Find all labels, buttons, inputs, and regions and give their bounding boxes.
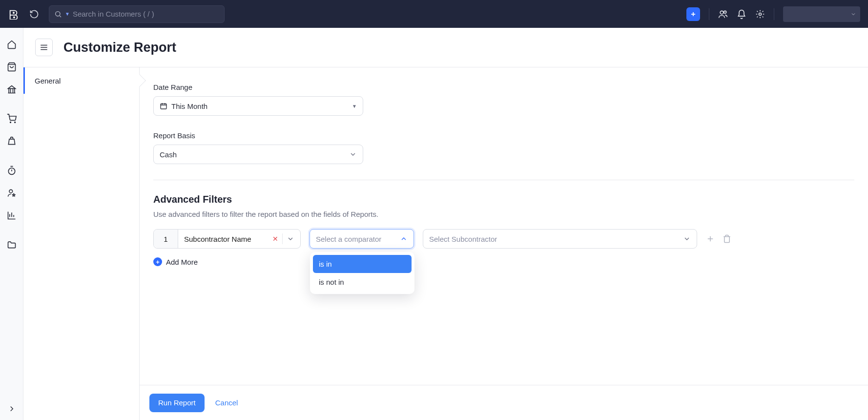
chevron-down-icon <box>683 235 691 243</box>
filter-field-value: Subcontractor Name <box>184 235 251 243</box>
global-search[interactable]: ▼ <box>49 5 225 23</box>
top-bar: ▼ <box>0 0 868 28</box>
form-area: Date Range This Month ▼ Report Basis Cas… <box>140 67 868 420</box>
filter-index: 1 <box>154 230 178 248</box>
person-star-icon[interactable] <box>7 188 17 198</box>
folder-icon[interactable] <box>7 240 17 250</box>
clear-field-icon[interactable]: ✕ <box>272 235 278 243</box>
comparator-option-is-not-in[interactable]: is not in <box>313 273 412 291</box>
svg-point-5 <box>759 13 762 15</box>
comparator-dropdown: is in is not in <box>310 252 414 294</box>
date-range-label: Date Range <box>153 83 854 91</box>
date-range-value: This Month <box>171 102 207 110</box>
date-range-select[interactable]: This Month ▼ <box>153 96 363 116</box>
users-icon[interactable] <box>718 9 728 19</box>
caret-down-icon: ▼ <box>352 104 357 109</box>
report-basis-value: Cash <box>160 150 177 159</box>
bell-icon[interactable] <box>737 9 746 19</box>
svg-point-4 <box>724 11 726 13</box>
footer-bar: Run Report Cancel <box>140 385 868 420</box>
menu-toggle-button[interactable] <box>35 39 53 56</box>
refresh-button[interactable] <box>25 5 43 23</box>
svg-point-6 <box>10 122 11 123</box>
search-input[interactable] <box>73 10 219 18</box>
svg-point-9 <box>9 189 13 193</box>
svg-point-8 <box>8 168 15 174</box>
gear-icon[interactable] <box>755 9 765 19</box>
chevron-down-icon <box>349 150 357 158</box>
filter-value-select[interactable]: Select Subcontractor <box>423 229 697 249</box>
divider <box>282 233 283 244</box>
report-basis-select[interactable]: Cash <box>153 145 363 164</box>
filter-row-actions <box>706 234 731 243</box>
cancel-button[interactable]: Cancel <box>215 399 238 407</box>
shopping-bag-icon[interactable] <box>7 62 17 72</box>
svg-point-0 <box>13 12 14 13</box>
comparator-option-is-in[interactable]: is in <box>313 255 412 273</box>
search-icon <box>54 10 62 18</box>
nav-rail <box>0 28 23 420</box>
delete-row-icon[interactable] <box>723 234 731 243</box>
divider <box>709 8 709 20</box>
quick-create-button[interactable] <box>686 7 700 21</box>
chart-icon[interactable] <box>7 210 17 220</box>
filter-row: 1 Subcontractor Name ✕ Select a com <box>153 229 854 249</box>
chevron-up-icon <box>400 235 408 243</box>
advanced-filters-hint: Use advanced filters to filter the repor… <box>153 210 854 218</box>
filter-value-placeholder: Select Subcontractor <box>429 235 497 243</box>
add-more-label: Add More <box>166 258 198 266</box>
plus-circle-icon: + <box>153 257 162 266</box>
add-more-button[interactable]: + Add More <box>153 257 854 266</box>
cart-icon[interactable] <box>7 114 17 124</box>
content-header: Customize Report <box>23 28 868 67</box>
search-scope-caret[interactable]: ▼ <box>65 11 70 17</box>
bag-icon[interactable] <box>7 136 17 146</box>
report-basis-label: Report Basis <box>153 131 854 140</box>
org-switcher[interactable] <box>783 6 860 22</box>
tab-general[interactable]: General <box>23 67 139 94</box>
comparator-select[interactable]: Select a comparator is in is not in <box>310 229 414 249</box>
svg-point-3 <box>720 11 723 14</box>
svg-rect-10 <box>161 104 166 109</box>
chevron-down-icon[interactable] <box>287 235 294 243</box>
add-row-icon[interactable] <box>706 234 715 243</box>
topbar-actions <box>686 6 860 22</box>
expand-rail-icon[interactable] <box>7 404 16 413</box>
page-title: Customize Report <box>63 40 176 55</box>
svg-point-7 <box>14 122 15 123</box>
comparator-placeholder: Select a comparator <box>316 235 381 243</box>
svg-point-2 <box>56 11 60 16</box>
divider <box>774 8 774 20</box>
tab-label: General <box>35 77 61 85</box>
divider <box>153 180 854 180</box>
timer-icon[interactable] <box>7 166 17 175</box>
advanced-filters-title: Advanced Filters <box>153 194 854 205</box>
app-logo[interactable] <box>8 8 20 20</box>
filter-field-select[interactable]: 1 Subcontractor Name ✕ <box>153 229 301 249</box>
run-report-button[interactable]: Run Report <box>149 394 205 412</box>
bank-icon[interactable] <box>7 84 17 94</box>
svg-point-1 <box>14 17 15 18</box>
calendar-icon <box>160 102 167 110</box>
home-icon[interactable] <box>7 40 17 49</box>
side-tabs: General <box>23 67 140 420</box>
